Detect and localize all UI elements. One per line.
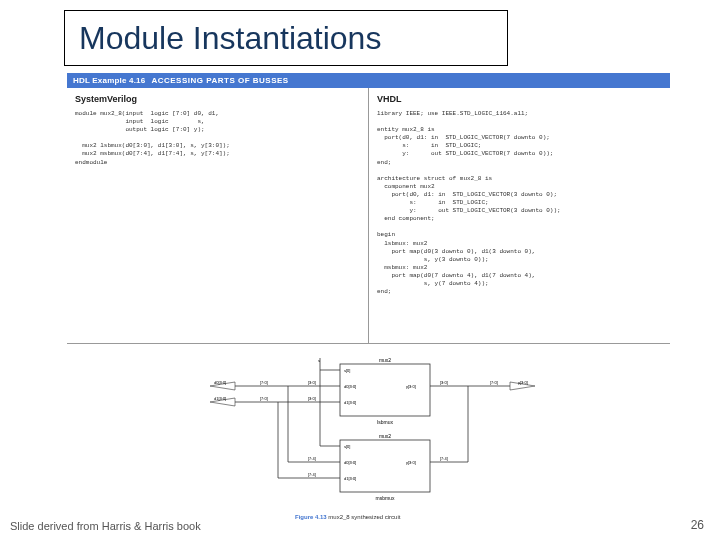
s-label-top: s [318,358,320,363]
bus3a: [3:0] [308,380,316,385]
svg-rect-1 [340,440,430,492]
example-name: ACCESSING PARTS OF BUSSES [151,76,288,85]
lsb-block-title: mux2 [379,358,391,363]
bus3-out-top: [3:0] [440,380,448,385]
slide-title: Module Instantiations [79,20,381,57]
msb-port-d1: d1[3:0] [344,476,356,481]
lsbmux-label: lsbmux [377,419,393,425]
sv-code: module mux2_8(input logic [7:0] d0, d1, … [75,110,360,167]
msbmux-label: msbmux [376,495,395,501]
msb-port-s: s[0] [344,444,350,449]
bus3b: [3:0] [308,396,316,401]
vhdl-column: VHDL library IEEE; use IEEE.STD_LOGIC_11… [369,88,670,343]
lsb-port-s: s[0] [344,368,350,373]
vhdl-code: library IEEE; use IEEE.STD_LOGIC_1164.al… [377,110,662,296]
msb-port-y: y[3:0] [406,460,416,465]
circuit-diagram: mux2 s[0] d0[3:0] d1[3:0] y[3:0] lsbmux … [200,358,560,506]
footer-attribution: Slide derived from Harris & Harris book [10,520,201,532]
d0-30-label: d0[3:0] [214,380,226,385]
y-30-label: y[3:0] [518,380,528,385]
bus7b: [7:0] [260,396,268,401]
lsb-port-y: y[3:0] [406,384,416,389]
bus7a: [7:0] [260,380,268,385]
page-number: 26 [691,518,704,532]
bus74-out: [7:4] [440,456,448,461]
d1-30-label: d1[3:0] [214,396,226,401]
slide: Module Instantiations HDL Example 4.16 A… [0,0,720,540]
example-header-bar: HDL Example 4.16 ACCESSING PARTS OF BUSS… [67,73,670,88]
slide-title-box: Module Instantiations [64,10,508,66]
bus74b: [7:4] [308,472,316,477]
figure-caption: Figure 4.13 mux2_8 synthesized circuit [295,514,400,520]
lsb-port-d0: d0[3:0] [344,384,356,389]
bus7-out-top: [7:0] [490,380,498,385]
svg-rect-0 [340,364,430,416]
msb-port-d0: d0[3:0] [344,460,356,465]
systemverilog-column: SystemVerilog module mux2_8(input logic … [67,88,369,343]
figure-caption-text: mux2_8 synthesized circuit [328,514,400,520]
msb-block-title: mux2 [379,433,391,439]
vhdl-heading: VHDL [377,94,662,104]
bus74a: [7:4] [308,456,316,461]
sv-heading: SystemVerilog [75,94,360,104]
lsb-port-d1: d1[3:0] [344,400,356,405]
figure-number: Figure 4.13 [295,514,327,520]
code-columns: SystemVerilog module mux2_8(input logic … [67,88,670,344]
example-number: HDL Example 4.16 [73,76,145,85]
